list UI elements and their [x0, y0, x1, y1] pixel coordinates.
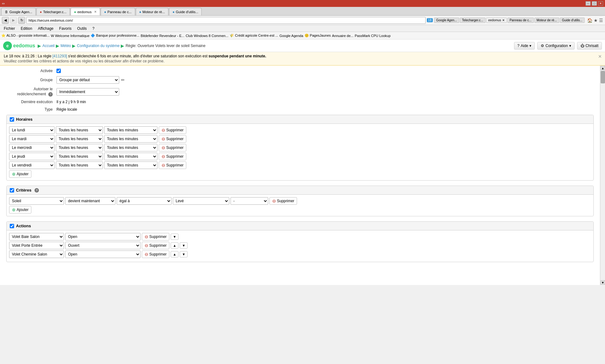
menu-outils[interactable]: Outils — [75, 26, 89, 31]
criteres-checkbox[interactable] — [10, 188, 14, 193]
hour-select-0[interactable]: Toutes les heures — [56, 126, 103, 134]
day-select-3[interactable]: Le jeudi — [9, 153, 55, 160]
bm-passmark[interactable]: PassMark CPU Lookup — [355, 34, 390, 38]
star-icon[interactable]: ★ — [594, 18, 598, 23]
ext-tab-eedomus[interactable]: eedomus ✕ — [486, 18, 507, 23]
ajouter-criteria-button[interactable]: ⊕ Ajouter — [9, 206, 31, 214]
supprimer-button-2[interactable]: ⊖ Supprimer — [159, 144, 186, 151]
ext-tab-google[interactable]: Google Agen... — [434, 18, 459, 23]
ajouter-horaire-button[interactable]: ⊕ Ajouter — [9, 170, 31, 178]
activee-checkbox[interactable] — [56, 69, 61, 73]
criteria-val-select-0[interactable]: Levé — [173, 197, 229, 205]
move-down-button-0[interactable]: ▼ — [171, 234, 178, 240]
action-dev-select-2[interactable]: Volet Chemine Salon — [9, 251, 64, 258]
tab-guide[interactable]: ● Guide d'utilis... — [169, 8, 202, 15]
bm-also[interactable]: ⭐ ALSO - grossiste informati... — [1, 34, 50, 38]
minute-select-4[interactable]: Toutes les minutes — [104, 161, 157, 169]
move-down-button-2[interactable]: ▼ — [180, 251, 188, 257]
tab-panneau[interactable]: ● Panneau de c... — [101, 8, 135, 15]
supprimer-action-button-1[interactable]: ⊖ Supprimer — [142, 242, 169, 249]
scroll-up-button[interactable]: ▲ — [601, 66, 605, 70]
back-button[interactable]: ◀ — [2, 17, 9, 24]
action-val-select-0[interactable]: Open — [65, 233, 141, 240]
bm-bitdefender[interactable]: Bitdefender Revendeur - E... — [141, 34, 184, 38]
hour-select-4[interactable]: Toutes les heures — [56, 161, 103, 169]
supprimer-button-3[interactable]: ⊖ Supprimer — [159, 153, 186, 160]
menu-edition[interactable]: Edition — [18, 26, 35, 31]
forward-button[interactable]: ▶ — [10, 17, 17, 24]
tab-moteur[interactable]: ● Moteur de rè... — [136, 8, 168, 15]
move-down-button-1[interactable]: ▼ — [180, 242, 188, 249]
menu-fichier[interactable]: Fichier — [1, 26, 18, 31]
home-icon[interactable]: 🏠 — [587, 18, 592, 23]
bm-google-agenda[interactable]: Google Agenda — [279, 34, 303, 38]
day-select-4[interactable]: Le vendredi — [9, 161, 55, 169]
scrollbar[interactable]: ▲ ▼ — [600, 66, 605, 285]
tab-close-button[interactable]: ✕ — [94, 10, 97, 13]
scroll-down-button[interactable]: ▼ — [601, 280, 605, 285]
refresh-button[interactable]: ↻ — [18, 17, 25, 24]
minute-select-1[interactable]: Toutes les minutes — [104, 135, 157, 143]
tab-eedomus[interactable]: ● eedomus ✕ — [71, 8, 100, 15]
minute-select-3[interactable]: Toutes les minutes — [104, 153, 157, 160]
ext-tab-telecharger[interactable]: Telecharger.c... — [460, 18, 486, 23]
bread-config[interactable]: Configuration du système — [77, 44, 119, 48]
action-val-select-2[interactable]: Open — [65, 251, 141, 258]
criteria-cmp-select-0[interactable]: égal à — [117, 197, 172, 205]
url-input[interactable] — [26, 17, 426, 24]
criteria-op-select-0[interactable]: devient maintenant — [65, 197, 115, 205]
edit-icon[interactable]: ✏ — [121, 77, 125, 82]
minute-select-0[interactable]: Toutes les minutes — [104, 126, 157, 134]
move-up-button-1[interactable]: ▲ — [171, 242, 178, 249]
action-dev-select-1[interactable]: Volet Porte Entrée — [9, 242, 64, 249]
supprimer-action-button-2[interactable]: ⊖ Supprimer — [142, 251, 169, 258]
help-icon-criteres[interactable]: ? — [34, 188, 39, 193]
tab-telecharger[interactable]: ● Telecharger.c... — [36, 8, 70, 15]
hour-select-3[interactable]: Toutes les heures — [56, 153, 103, 160]
scroll-thumb[interactable] — [601, 71, 605, 83]
supprimer-button-1[interactable]: ⊖ Supprimer — [159, 135, 186, 143]
bm-annuaire[interactable]: Annuaire de... — [332, 34, 354, 38]
menu-favoris[interactable]: Favoris — [57, 26, 74, 31]
alert-close-button[interactable]: ✕ — [598, 54, 602, 59]
help-icon-autoriser[interactable]: ? — [48, 92, 53, 97]
menu-help[interactable]: ? — [90, 26, 97, 31]
groupe-select[interactable]: Groupe par défaut — [56, 76, 119, 84]
supprimer-action-button-0[interactable]: ⊖ Supprimer — [142, 233, 169, 240]
supprimer-button-0[interactable]: ⊖ Supprimer — [159, 126, 186, 134]
ext-tab-guide[interactable]: Guide d'utilis... — [560, 18, 585, 23]
bread-meteo[interactable]: Météo — [61, 44, 71, 48]
aide-button[interactable]: ? Aide ▾ — [514, 42, 535, 50]
criteria-item-select-0[interactable]: Soleil — [9, 197, 64, 205]
settings-icon[interactable]: ☰ — [599, 18, 603, 23]
horaires-checkbox[interactable] — [10, 117, 14, 122]
supprimer-button-4[interactable]: ⊖ Supprimer — [159, 161, 186, 169]
hour-select-2[interactable]: Toutes les heures — [56, 144, 103, 151]
ext-tab-moteur[interactable]: Moteur de rè... — [534, 18, 559, 23]
bm-banque[interactable]: 🔷 Banque pour professionne... — [91, 34, 139, 38]
supprimer-criteria-button-0[interactable]: ⊖ Supprimer — [269, 197, 297, 205]
bm-club[interactable]: Club Windows 8 Commen... — [186, 34, 228, 38]
minimize-button[interactable]: ─ — [586, 1, 591, 6]
autoriser-select[interactable]: Immédiatement — [56, 88, 119, 96]
minute-select-2[interactable]: Toutes les minutes — [104, 144, 157, 151]
action-val-select-1[interactable]: Ouvert — [65, 242, 141, 249]
day-select-2[interactable]: Le mercredi — [9, 144, 55, 151]
move-up-button-2[interactable]: ▲ — [171, 251, 178, 257]
bm-welcome[interactable]: W Welcome Informatique — [51, 34, 89, 38]
tab-google-agenda[interactable]: 🗓 Google Agen... — [1, 8, 36, 15]
hour-select-1[interactable]: Toutes les heures — [56, 135, 103, 143]
day-select-0[interactable]: Le lundi — [9, 126, 55, 134]
criteria-extra-select-0[interactable]: - — [231, 197, 268, 205]
configuration-button[interactable]: ⚙ Configuration ▾ — [537, 42, 574, 50]
alert-link[interactable]: [411293] — [52, 54, 67, 58]
maximize-button[interactable]: □ — [592, 1, 597, 6]
day-select-1[interactable]: Le mardi — [9, 135, 55, 143]
menu-affichage[interactable]: Affichage — [35, 26, 56, 31]
actions-checkbox[interactable] — [10, 224, 14, 228]
bm-credit[interactable]: 🌾 Crédit agricole Centre-est ... — [230, 34, 278, 38]
action-dev-select-0[interactable]: Volet Baie Salon — [9, 233, 64, 240]
user-button[interactable]: ⏻ Chrisatt — [577, 42, 602, 50]
bm-pages-jaunes[interactable]: 🙂 PagesJaunes — [305, 34, 331, 38]
bread-accueil[interactable]: Accueil — [42, 44, 55, 48]
